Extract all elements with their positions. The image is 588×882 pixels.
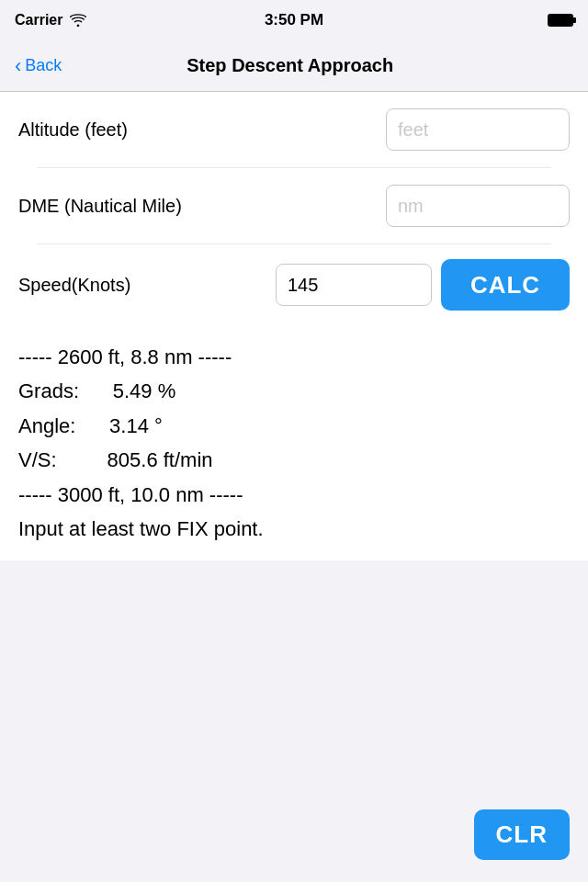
- separator-1: [37, 167, 551, 168]
- form-section: Altitude (feet) DME (Nautical Mile) Spee…: [0, 92, 588, 325]
- altitude-row: Altitude (feet): [18, 107, 570, 153]
- grads-value: 5.49 %: [113, 379, 176, 402]
- page-title: Step Descent Approach: [62, 55, 518, 76]
- angle-label: Angle:: [18, 414, 75, 437]
- result-line-5: ----- 3000 ft, 10.0 nm -----: [18, 478, 570, 512]
- back-chevron-icon: ‹: [15, 56, 21, 76]
- content-area: Altitude (feet) DME (Nautical Mile) Spee…: [0, 92, 588, 560]
- status-right: [548, 14, 573, 27]
- results-section: ----- 2600 ft, 8.8 nm ----- Grads: 5.49 …: [0, 325, 588, 560]
- speed-input[interactable]: [276, 264, 432, 306]
- dme-label: DME (Nautical Mile): [18, 196, 220, 217]
- altitude-label: Altitude (feet): [18, 119, 184, 141]
- result-vs: V/S: 805.6 ft/min: [18, 443, 570, 477]
- result-line-6: Input at least two FIX point.: [18, 512, 570, 546]
- carrier-text: Carrier: [15, 12, 62, 28]
- angle-value: 3.14 °: [109, 414, 163, 437]
- dme-input[interactable]: [386, 185, 570, 227]
- status-time: 3:50 PM: [265, 11, 323, 29]
- back-button[interactable]: ‹ Back: [15, 56, 62, 76]
- speed-label: Speed(Knots): [18, 275, 184, 296]
- result-grads: Grads: 5.49 %: [18, 374, 570, 408]
- vs-label: V/S:: [18, 448, 57, 471]
- speed-input-group: CALC: [276, 259, 570, 311]
- speed-row: Speed(Knots) CALC: [18, 259, 570, 311]
- battery-fill: [549, 16, 571, 25]
- result-angle: Angle: 3.14 °: [18, 409, 570, 443]
- vs-value: 805.6 ft/min: [107, 448, 213, 471]
- grads-label: Grads:: [18, 379, 79, 402]
- battery-icon: [548, 14, 573, 27]
- result-line-1: ----- 2600 ft, 8.8 nm -----: [18, 340, 570, 374]
- nav-bar: ‹ Back Step Descent Approach: [0, 40, 588, 92]
- back-label: Back: [25, 56, 62, 75]
- wifi-icon: [70, 14, 86, 27]
- dme-row: DME (Nautical Mile): [18, 183, 570, 229]
- altitude-input[interactable]: [386, 108, 570, 151]
- separator-2: [37, 243, 551, 244]
- calc-button[interactable]: CALC: [441, 259, 570, 311]
- clr-button[interactable]: CLR: [474, 809, 570, 860]
- status-carrier: Carrier: [15, 12, 86, 28]
- status-bar: Carrier 3:50 PM: [0, 0, 588, 40]
